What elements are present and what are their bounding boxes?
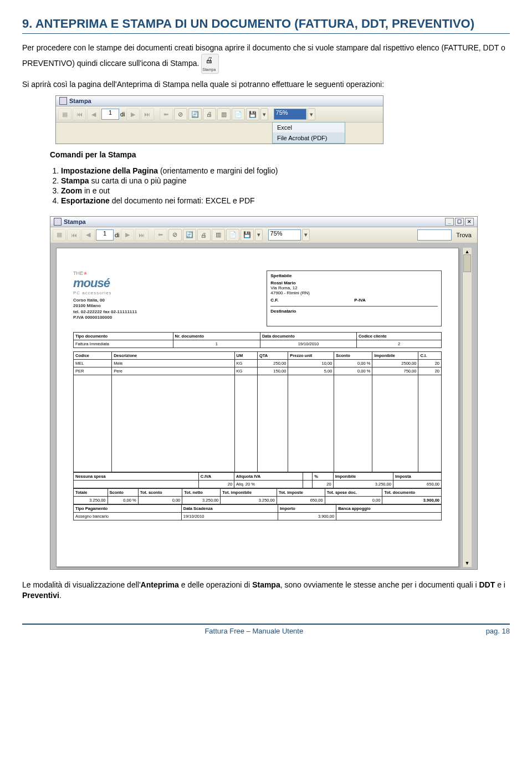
page-setup-icon[interactable]: ▦: [58, 108, 71, 120]
window-icon: [59, 97, 67, 105]
window-title-2: Stampa: [64, 218, 86, 225]
footer-center: Fattura Free – Manuale Utente: [22, 627, 486, 635]
window-title: Stampa: [69, 98, 91, 104]
cmd-item-2: Stampa su carta di una o più pagine: [61, 176, 510, 185]
last-page-icon[interactable]: ⏭: [141, 108, 154, 120]
section-title: 9. ANTEPRIMA E STAMPA DI UN DOCUMENTO (F…: [22, 17, 510, 34]
page-footer: Fattura Free – Manuale Utente pag. 18: [22, 624, 510, 635]
scroll-down-icon[interactable]: ▼: [465, 560, 470, 566]
paragraph-1-text: Per procedere con le stampe dei document…: [22, 43, 505, 67]
scroll-thumb[interactable]: [463, 254, 471, 272]
stop-icon[interactable]: ⊘: [174, 108, 187, 120]
page-of-label-2: di: [115, 232, 120, 238]
zoom-dropdown-icon[interactable]: ▾: [308, 108, 315, 120]
footer-page: pag. 18: [486, 627, 510, 635]
paragraph-3: Le modalità di visualizzazione dell'Ante…: [22, 580, 510, 601]
toolbar-screenshot-1: Stampa ▦ ⏮ ◀ 1 di ▶ ⏭ ⬅ ⊘ 🔄 🖨 ▥ 📄 💾 ▾ 75…: [55, 95, 383, 144]
maximize-icon[interactable]: ☐: [455, 218, 464, 226]
page-number-input[interactable]: 1: [101, 109, 119, 120]
save-dropdown-icon[interactable]: ▾: [260, 108, 268, 120]
back-icon[interactable]: ⬅: [154, 229, 167, 241]
zoom-field[interactable]: 75%: [274, 109, 306, 120]
refresh-icon[interactable]: 🔄: [188, 108, 202, 120]
first-page-icon[interactable]: ⏮: [67, 229, 80, 241]
back-icon[interactable]: ⬅: [160, 108, 173, 120]
window-icon: [54, 218, 62, 226]
stop-icon[interactable]: ⊘: [168, 229, 182, 241]
cmd-item-4: Esportazione del documento nei formati: …: [61, 196, 510, 205]
layout-icon[interactable]: ▥: [217, 108, 231, 120]
export-dropdown: Excel File Acrobat (PDF): [272, 122, 345, 144]
next-page-icon[interactable]: ▶: [126, 108, 140, 120]
window-buttons: _ ☐ ✕: [445, 218, 474, 226]
zoom-field-2[interactable]: 75%: [268, 229, 301, 241]
first-page-icon[interactable]: ⏮: [73, 108, 86, 120]
prev-page-icon[interactable]: ◀: [87, 108, 100, 120]
preview-canvas: THE★ mousé PC accessories Corso Italia, …: [50, 243, 477, 569]
preview-screenshot: Stampa _ ☐ ✕ ▦ ⏮ ◀ 1 di ▶ ⏭ ⬅ ⊘ 🔄 🖨 ▥ 📄 …: [50, 216, 478, 570]
zoom-dropdown-icon[interactable]: ▾: [302, 229, 310, 241]
print-button-icon[interactable]: 🖨: [203, 108, 216, 120]
page-number-input-2[interactable]: 1: [96, 229, 114, 241]
paragraph-1: Per procedere con le stampe dei document…: [22, 43, 510, 74]
company-tel: tel. 02-222222 fax 02-11111111: [73, 309, 239, 315]
commands-list: Impostazione della Pagina (orientamento …: [61, 166, 510, 205]
save-icon[interactable]: 💾: [246, 108, 259, 120]
company-addr2: 20100 Milano: [73, 303, 239, 309]
prev-page-icon[interactable]: ◀: [81, 229, 95, 241]
close-icon[interactable]: ✕: [465, 218, 474, 226]
next-page-icon[interactable]: ▶: [121, 229, 134, 241]
totals-table: TotaleSconto Tot. scontoTot. netto Tot. …: [73, 488, 442, 504]
print-toolbar: ▦ ⏮ ◀ 1 di ▶ ⏭ ⬅ ⊘ 🔄 🖨 ▥ 📄 💾 ▾ 75% ▾: [56, 106, 383, 122]
print-toolbar-2: ▦ ⏮ ◀ 1 di ▶ ⏭ ⬅ ⊘ 🔄 🖨 ▥ 📄 💾 ▾ 75% ▾ Tro…: [50, 227, 477, 243]
company-logo: mousé: [73, 276, 239, 290]
export-pdf-option[interactable]: File Acrobat (PDF): [273, 133, 345, 143]
items-table: Codice Descrizione UM QTA Prezzo unit Sc…: [73, 351, 442, 472]
cmd-item-1: Impostazione della Pagina (orientamento …: [61, 166, 510, 175]
find-input[interactable]: [417, 229, 452, 241]
page-icon[interactable]: 📄: [232, 108, 245, 120]
company-tagline: PC accessories: [73, 290, 239, 295]
save-dropdown-icon[interactable]: ▾: [255, 229, 263, 241]
minimize-icon[interactable]: _: [445, 218, 454, 226]
spesa-table: Nessuna spesa C.IVA Aliquota IVA % Impon…: [73, 472, 442, 488]
docinfo-table: Tipo documento Nr. documento Data docume…: [73, 332, 442, 348]
page-of-label: di: [120, 111, 125, 118]
layout-icon[interactable]: ▥: [212, 229, 225, 241]
export-excel-option[interactable]: Excel: [273, 122, 345, 133]
print-button-icon[interactable]: 🖨: [197, 229, 211, 241]
scroll-up-icon[interactable]: ▲: [465, 249, 470, 254]
paragraph-2: Si aprirà così la pagina dell'Anteprima …: [22, 79, 510, 90]
vertical-scrollbar[interactable]: ▲ ▼: [462, 248, 472, 567]
payment-table: Tipo PagamentoData Scadenza ImportoBanca…: [73, 504, 442, 520]
window-titlebar-2: Stampa _ ☐ ✕: [50, 217, 477, 227]
save-icon[interactable]: 💾: [241, 229, 254, 241]
page-icon[interactable]: 📄: [226, 229, 239, 241]
company-addr1: Corso Italia, 00: [73, 298, 239, 303]
commands-title: Comandi per la Stampa: [50, 150, 510, 161]
recipient-box: Spettabile Rossi Mario Via Roma, 12 4790…: [267, 270, 442, 326]
refresh-icon[interactable]: 🔄: [183, 229, 196, 241]
page-setup-icon[interactable]: ▦: [53, 229, 66, 241]
print-icon: [201, 54, 219, 74]
window-titlebar: Stampa: [56, 96, 383, 106]
last-page-icon[interactable]: ⏭: [135, 229, 149, 241]
preview-page: THE★ mousé PC accessories Corso Italia, …: [56, 248, 459, 567]
find-label[interactable]: Trova: [453, 232, 475, 238]
company-piva: P.IVA 00000100000: [73, 315, 239, 320]
cmd-item-3: Zoom in e out: [61, 186, 510, 195]
